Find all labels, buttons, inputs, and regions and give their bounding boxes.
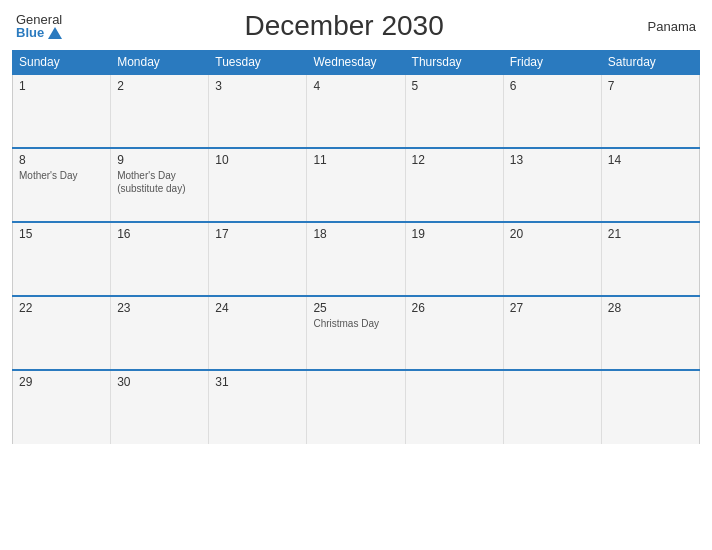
day-number: 21 xyxy=(608,227,693,241)
calendar-cell: 2 xyxy=(111,74,209,148)
event-label: (substitute day) xyxy=(117,182,202,195)
logo-blue-text: Blue xyxy=(16,26,62,39)
calendar-cell: 25Christmas Day xyxy=(307,296,405,370)
day-number: 30 xyxy=(117,375,202,389)
calendar-cell: 22 xyxy=(13,296,111,370)
day-number: 7 xyxy=(608,79,693,93)
day-number: 31 xyxy=(215,375,300,389)
day-number: 15 xyxy=(19,227,104,241)
calendar-cell: 19 xyxy=(405,222,503,296)
calendar-cell: 18 xyxy=(307,222,405,296)
country-label: Panama xyxy=(626,19,696,34)
calendar-cell: 16 xyxy=(111,222,209,296)
calendar-table: Sunday Monday Tuesday Wednesday Thursday… xyxy=(12,50,700,444)
day-number: 8 xyxy=(19,153,104,167)
calendar-cell: 21 xyxy=(601,222,699,296)
calendar-cell: 15 xyxy=(13,222,111,296)
calendar-week-row: 15161718192021 xyxy=(13,222,700,296)
header-friday: Friday xyxy=(503,51,601,75)
calendar-week-row: 22232425Christmas Day262728 xyxy=(13,296,700,370)
day-number: 26 xyxy=(412,301,497,315)
day-number: 14 xyxy=(608,153,693,167)
day-number: 25 xyxy=(313,301,398,315)
day-number: 3 xyxy=(215,79,300,93)
event-label: Mother's Day xyxy=(19,169,104,182)
calendar-cell: 12 xyxy=(405,148,503,222)
header-sunday: Sunday xyxy=(13,51,111,75)
day-number: 27 xyxy=(510,301,595,315)
event-label: Christmas Day xyxy=(313,317,398,330)
header-saturday: Saturday xyxy=(601,51,699,75)
header-wednesday: Wednesday xyxy=(307,51,405,75)
calendar-cell: 24 xyxy=(209,296,307,370)
calendar-cell: 8Mother's Day xyxy=(13,148,111,222)
calendar-cell: 10 xyxy=(209,148,307,222)
calendar-cell: 6 xyxy=(503,74,601,148)
calendar-title: December 2030 xyxy=(62,10,626,42)
calendar-cell: 5 xyxy=(405,74,503,148)
day-number: 13 xyxy=(510,153,595,167)
calendar-cell: 3 xyxy=(209,74,307,148)
day-number: 20 xyxy=(510,227,595,241)
header-thursday: Thursday xyxy=(405,51,503,75)
calendar-cell: 30 xyxy=(111,370,209,444)
calendar-cell: 29 xyxy=(13,370,111,444)
day-number: 1 xyxy=(19,79,104,93)
day-number: 4 xyxy=(313,79,398,93)
day-number: 19 xyxy=(412,227,497,241)
calendar-cell: 31 xyxy=(209,370,307,444)
day-number: 22 xyxy=(19,301,104,315)
calendar-cell: 13 xyxy=(503,148,601,222)
day-number: 12 xyxy=(412,153,497,167)
calendar-cell: 23 xyxy=(111,296,209,370)
calendar-week-row: 8Mother's Day9Mother's Day(substitute da… xyxy=(13,148,700,222)
day-number: 24 xyxy=(215,301,300,315)
calendar-cell xyxy=(503,370,601,444)
calendar-wrapper: General Blue December 2030 Panama Sunday… xyxy=(0,0,712,550)
calendar-cell: 9Mother's Day(substitute day) xyxy=(111,148,209,222)
header-tuesday: Tuesday xyxy=(209,51,307,75)
calendar-week-row: 1234567 xyxy=(13,74,700,148)
day-number: 23 xyxy=(117,301,202,315)
day-number: 6 xyxy=(510,79,595,93)
calendar-cell: 7 xyxy=(601,74,699,148)
day-number: 9 xyxy=(117,153,202,167)
calendar-cell xyxy=(405,370,503,444)
calendar-cell xyxy=(601,370,699,444)
weekday-header-row: Sunday Monday Tuesday Wednesday Thursday… xyxy=(13,51,700,75)
day-number: 18 xyxy=(313,227,398,241)
logo: General Blue xyxy=(16,13,62,39)
day-number: 29 xyxy=(19,375,104,389)
calendar-cell: 20 xyxy=(503,222,601,296)
day-number: 2 xyxy=(117,79,202,93)
day-number: 17 xyxy=(215,227,300,241)
calendar-cell: 17 xyxy=(209,222,307,296)
logo-triangle-icon xyxy=(48,27,62,39)
calendar-cell xyxy=(307,370,405,444)
day-number: 11 xyxy=(313,153,398,167)
calendar-cell: 27 xyxy=(503,296,601,370)
calendar-cell: 11 xyxy=(307,148,405,222)
day-number: 5 xyxy=(412,79,497,93)
day-number: 10 xyxy=(215,153,300,167)
calendar-header: General Blue December 2030 Panama xyxy=(12,10,700,42)
calendar-cell: 4 xyxy=(307,74,405,148)
calendar-cell: 1 xyxy=(13,74,111,148)
day-number: 28 xyxy=(608,301,693,315)
calendar-week-row: 293031 xyxy=(13,370,700,444)
event-label: Mother's Day xyxy=(117,169,202,182)
header-monday: Monday xyxy=(111,51,209,75)
calendar-cell: 28 xyxy=(601,296,699,370)
calendar-cell: 14 xyxy=(601,148,699,222)
calendar-cell: 26 xyxy=(405,296,503,370)
day-number: 16 xyxy=(117,227,202,241)
